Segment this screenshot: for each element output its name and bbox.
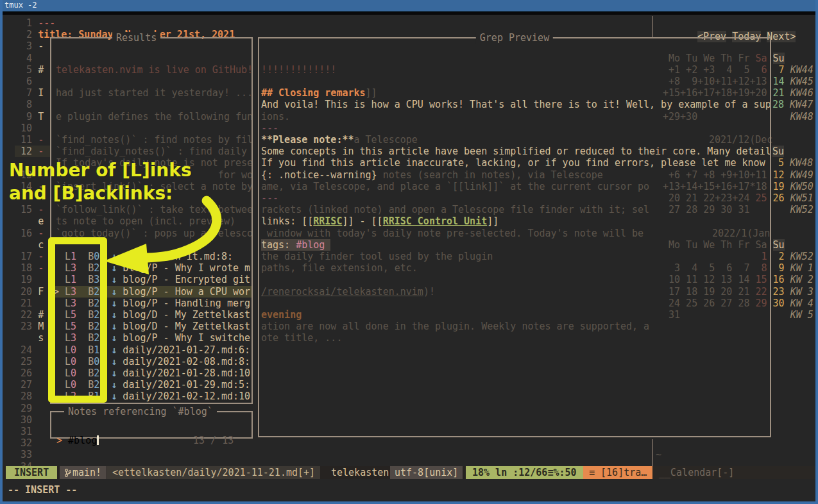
text-row: 16 - bbox=[15, 228, 44, 239]
calendar-statusline: __Calendar[-] bbox=[652, 466, 818, 479]
text-row: Su bbox=[772, 146, 784, 157]
window-title: tmux -2 bbox=[4, 1, 37, 10]
text-row: 21 bbox=[15, 298, 32, 309]
text-row: 24 bbox=[15, 344, 32, 356]
git-branch-label: main! bbox=[72, 467, 101, 478]
search-input[interactable]: > #blog bbox=[56, 435, 99, 446]
prompt-panel-title: Notes referencing `#blog` bbox=[64, 406, 217, 417]
text-row: 10 bbox=[15, 122, 32, 134]
text-row: 4 bbox=[15, 53, 32, 64]
filename[interactable]: <ettelkasten/daily/2021-11-21.md[+] bbox=[107, 466, 320, 479]
text-row: 7 I bbox=[15, 87, 44, 99]
text-row: 20 F bbox=[15, 286, 44, 298]
mode-message: -- INSERT -- bbox=[8, 484, 77, 496]
text-row: 30 bbox=[15, 414, 32, 426]
encoding-indicator: utf-8[unix] bbox=[390, 466, 463, 479]
plugin-name: telekasten bbox=[331, 466, 389, 479]
text-row: e bbox=[15, 215, 44, 227]
text-row: 33 bbox=[15, 449, 32, 460]
window-separator[interactable] bbox=[652, 16, 653, 37]
text-row: 8 bbox=[15, 99, 32, 110]
result-counter: 13 / 13 bbox=[193, 435, 234, 446]
text-row: 18 - bbox=[15, 262, 44, 274]
text-cursor bbox=[97, 435, 99, 445]
text-row: 28 KW47 bbox=[772, 99, 813, 110]
annotation-arrow-icon bbox=[86, 189, 240, 285]
prompt-caret: > bbox=[56, 435, 62, 446]
text-row: 9 T bbox=[15, 111, 44, 122]
grep-preview-title: Grep Preview bbox=[476, 32, 553, 44]
git-branch[interactable]: main! bbox=[60, 466, 107, 479]
text-row: s bbox=[15, 332, 44, 344]
mode-indicator: INSERT bbox=[6, 466, 57, 479]
text-row: 12 - bbox=[15, 146, 51, 157]
text-row: 5 # bbox=[15, 64, 44, 76]
text-row: 5 KW48 bbox=[772, 157, 813, 169]
terminal-window: tmux -2 1 --- 2 title: Sunday, November … bbox=[0, 0, 818, 504]
text-row: 23 M bbox=[15, 321, 44, 332]
results-panel-title: Results bbox=[112, 32, 160, 44]
text-row: 19 bbox=[15, 274, 32, 285]
text-row: 29 bbox=[15, 403, 32, 414]
statusline: INSERT main! <ettelkasten/daily/2021-11-… bbox=[3, 466, 815, 479]
git-branch-icon bbox=[65, 469, 71, 477]
terminal-content: 1 --- 2 title: Sunday, November 21st, 20… bbox=[3, 15, 815, 501]
text-row: 28 bbox=[15, 391, 32, 402]
buffer-indicator[interactable]: ≡ [16]tra… bbox=[583, 466, 652, 479]
text-row: 6 bbox=[15, 76, 32, 87]
position-indicator: 18% ln :12/66≡%:50 bbox=[466, 466, 583, 479]
text-row: 31 bbox=[15, 426, 32, 437]
text-row: c bbox=[15, 239, 44, 251]
window-separator[interactable] bbox=[652, 439, 653, 466]
text-row: 32 bbox=[15, 437, 32, 449]
text-row: 15 - bbox=[15, 204, 44, 215]
text-row: 26 bbox=[15, 367, 32, 379]
text-row: ~ bbox=[656, 449, 661, 460]
text-row: 3 - bbox=[15, 40, 44, 52]
calendar-next-button[interactable]: Next> bbox=[767, 31, 796, 42]
text-row: 27 bbox=[15, 379, 32, 391]
text-row: 11 - bbox=[15, 134, 44, 146]
text-row: 25 bbox=[15, 356, 32, 367]
text-row: 17 - bbox=[15, 251, 44, 262]
annotation-line1: Number of [L]inks bbox=[9, 159, 192, 182]
search-query: #blog bbox=[68, 435, 97, 446]
text-row: 22 # bbox=[15, 309, 44, 321]
window-titlebar[interactable]: tmux -2 bbox=[0, 0, 818, 12]
text-row: 1 --- bbox=[15, 17, 55, 29]
grep-preview-panel: Grep Preview bbox=[258, 37, 771, 437]
